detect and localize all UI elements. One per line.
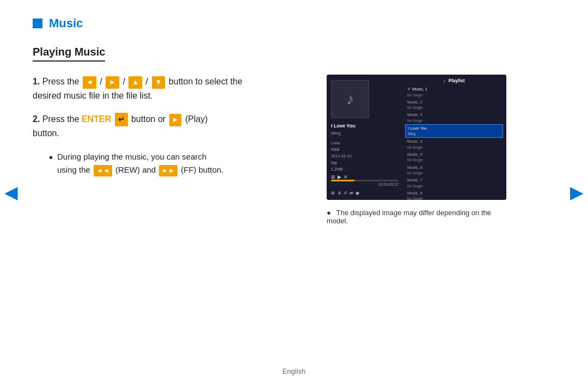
progress-fill xyxy=(331,180,354,181)
playlist-header: ♪ Playlist xyxy=(405,78,503,83)
progress-time: 01:01/03:12 xyxy=(331,182,399,186)
playlist-item-name: Music, 3 xyxy=(407,112,501,118)
bullet-dot: • xyxy=(49,150,53,164)
content-row: 1. Press the ◄ / ► / ▲ / ▼ button to sel… xyxy=(33,75,555,225)
playlist-note-icon: ♪ xyxy=(443,78,445,83)
down-arrow-btn[interactable]: ▼ xyxy=(152,76,166,89)
bullet-note-dot: ● xyxy=(327,209,331,217)
song-date: 2011-01-01 xyxy=(331,153,399,160)
right-column: ♪ I Love You Ming Love R&B 2011-01-01 ta… xyxy=(327,75,512,225)
player-right: ♪ Playlist ✓ Music, 1No SingerMusic, 2No… xyxy=(403,75,506,200)
playlist-item[interactable]: Music, 4No Singer xyxy=(405,138,503,151)
step-1-text-before: Press the xyxy=(42,77,79,86)
song-title: I Love You xyxy=(331,123,399,130)
playlist-item-sub: No Singer xyxy=(407,196,501,200)
step-1-number: 1. xyxy=(33,77,40,86)
playlist-item-name: Music, 2 xyxy=(407,100,501,106)
enter-btn[interactable]: ↵ xyxy=(115,113,128,126)
shuffle-icon[interactable]: ⇌ xyxy=(350,191,353,196)
note-text: The displayed image may differ depending… xyxy=(327,209,491,225)
page-container: Music Playing Music 1. Press the ◄ / ► /… xyxy=(0,0,588,241)
left-arrow-btn[interactable]: ◄ xyxy=(83,76,96,89)
settings-icon[interactable]: ◉ xyxy=(356,191,359,196)
playlist-item-name: ✓ Music, 1 xyxy=(407,87,501,93)
playlist-item-name: Music, 4 xyxy=(407,139,501,145)
rew-btn[interactable]: ◄◄ xyxy=(94,165,112,176)
song-tag: tag xyxy=(331,160,399,166)
playlist-item-sub: No Singer xyxy=(407,170,501,175)
song-info: I Love You Ming xyxy=(331,123,399,137)
progress-track xyxy=(331,180,399,181)
progress-bar-container: ⊞ ▶ ✕ 01:01/03:12 xyxy=(331,174,399,186)
bottom-controls: ⊞ ⏸ ↺ ⇌ ◉ xyxy=(331,191,399,196)
playlist-item[interactable]: Music, 5No Singer xyxy=(405,151,503,164)
page-title: Music xyxy=(49,16,83,31)
music-player: ♪ I Love You Ming Love R&B 2011-01-01 ta… xyxy=(327,75,506,200)
enter-text-label: ENTER xyxy=(82,114,111,124)
song-size: 1.2MB xyxy=(331,166,399,173)
playlist-item[interactable]: Music, 7No Singer xyxy=(405,176,503,190)
play-btn[interactable]: ► xyxy=(169,114,182,126)
music-note-icon: ♪ xyxy=(346,90,354,108)
left-column: 1. Press the ◄ / ► / ▲ / ▼ button to sel… xyxy=(33,75,305,225)
song-meta: Love R&B 2011-01-01 tag 1.2MB xyxy=(331,140,399,173)
bullet-text: During playing the music, you can search… xyxy=(57,150,224,176)
step-2-text-mid: button or xyxy=(131,114,168,124)
player-inner: ♪ I Love You Ming Love R&B 2011-01-01 ta… xyxy=(327,75,506,200)
footer-text: English xyxy=(283,367,306,375)
playlist-item-name: I Love You xyxy=(408,126,500,132)
playlist-item-sub: No Singer xyxy=(407,184,501,188)
right-arrow-btn[interactable]: ► xyxy=(106,76,119,89)
mini-controls: ⊞ ▶ ✕ xyxy=(331,174,399,180)
song-artist: Ming xyxy=(331,130,399,137)
album-art: ♪ xyxy=(331,80,369,118)
playlist-item-sub: No Singer xyxy=(407,93,501,97)
ff-btn[interactable]: ►► xyxy=(159,165,177,176)
playlist-item-name: Music, 6 xyxy=(407,165,501,171)
playlist-item[interactable]: ✓ Music, 1No Singer xyxy=(405,86,503,99)
playlist-item[interactable]: I Love YouMing xyxy=(405,124,503,138)
playlist-item-sub: No Singer xyxy=(407,157,501,162)
footer: English xyxy=(0,367,588,375)
playlist-item[interactable]: Music, 6No Singer xyxy=(405,164,503,177)
playlist-item-name: Music, 8 xyxy=(407,191,501,197)
playlist: ✓ Music, 1No SingerMusic, 2No SingerMusi… xyxy=(405,86,503,200)
step-2: 2. Press the ENTER ↵ button or ► (Play)b… xyxy=(33,112,305,140)
playlist-item-name: Music, 7 xyxy=(407,178,501,184)
player-left: ♪ I Love You Ming Love R&B 2011-01-01 ta… xyxy=(327,75,403,200)
playlist-item-sub: No Singer xyxy=(407,105,501,110)
bullet-item: • During playing the music, you can sear… xyxy=(49,150,305,176)
song-type: R&B xyxy=(331,147,399,153)
menu-icon[interactable]: ⊞ xyxy=(331,174,335,180)
playlist-item[interactable]: Music, 8No Singer xyxy=(405,190,503,200)
grid-icon[interactable]: ⊞ xyxy=(331,191,335,196)
blue-square-icon xyxy=(33,19,42,28)
playlist-item-sub: Ming xyxy=(408,131,500,136)
note-section: ● The displayed image may differ dependi… xyxy=(327,209,512,225)
x-icon[interactable]: ✕ xyxy=(344,174,348,180)
step-1: 1. Press the ◄ / ► / ▲ / ▼ button to sel… xyxy=(33,75,305,102)
step-2-text-before: Press the xyxy=(42,114,82,124)
page-title-bar: Music xyxy=(33,16,555,31)
playlist-item-name: Music, 5 xyxy=(407,152,501,158)
song-genre: Love xyxy=(331,140,399,147)
pause-icon[interactable]: ⏸ xyxy=(337,191,341,196)
section-title: Playing Music xyxy=(33,46,555,75)
playlist-item-sub: No Singer xyxy=(407,145,501,150)
playlist-item[interactable]: Music, 2No Singer xyxy=(405,99,503,112)
playlist-item[interactable]: Music, 3No Singer xyxy=(405,111,503,124)
playlist-item-sub: No Singer xyxy=(407,118,501,123)
step-2-number: 2. xyxy=(33,114,40,124)
play-icon[interactable]: ▶ xyxy=(338,174,341,180)
bullet-section: • During playing the music, you can sear… xyxy=(49,150,305,176)
repeat-icon[interactable]: ↺ xyxy=(344,191,347,196)
up-arrow-btn[interactable]: ▲ xyxy=(128,76,142,89)
